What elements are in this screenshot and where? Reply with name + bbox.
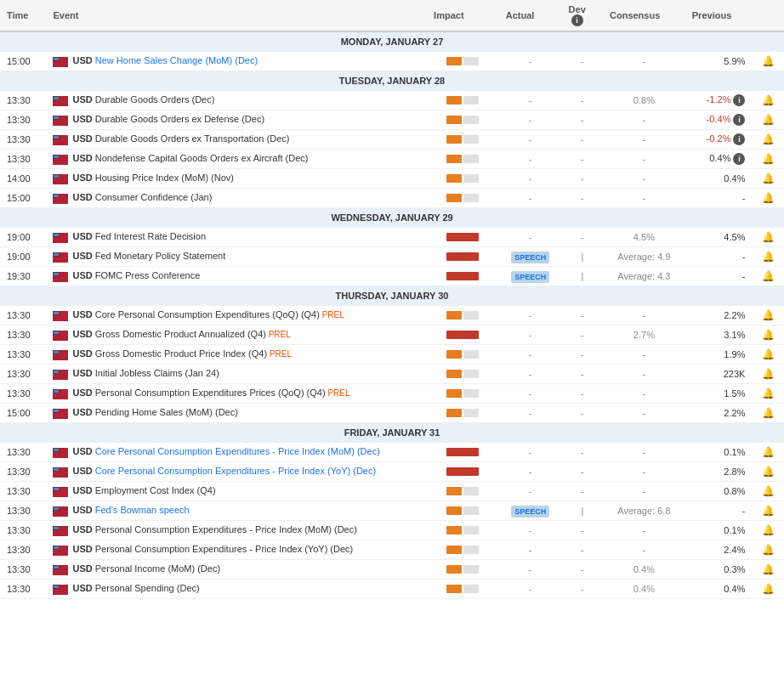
event-cell: USD Personal Income (MoM) (Dec): [46, 560, 427, 580]
alert-bell[interactable]: 🔔: [762, 153, 775, 165]
event-time: 13:30: [0, 560, 46, 580]
consensus-cell: -: [603, 189, 685, 208]
impact-bar: [446, 349, 479, 359]
impact-header: Impact: [427, 0, 499, 31]
average-value: Average: 4.3: [617, 271, 670, 281]
us-flag: [53, 389, 68, 399]
us-flag: [53, 565, 68, 575]
currency-label: USD: [70, 563, 94, 574]
alert-bell[interactable]: 🔔: [762, 485, 775, 497]
previous-cell: 0.4%: [685, 169, 753, 189]
alert-bell[interactable]: 🔔: [762, 94, 775, 106]
event-name-link[interactable]: Core Personal Consumption Expenditures -…: [95, 466, 376, 476]
event-name: Nondefense Capital Goods Orders ex Aircr…: [95, 153, 309, 163]
info-icon[interactable]: i: [733, 94, 745, 106]
alert-bell[interactable]: 🔔: [762, 251, 775, 263]
economic-calendar: Time Event Impact Actual Dev i Consensus…: [0, 0, 784, 599]
event-name: Personal Income (MoM) (Dec): [95, 563, 220, 574]
alert-bell[interactable]: 🔔: [762, 55, 775, 67]
event-time: 13:30: [0, 325, 46, 345]
previous-value: -: [742, 271, 746, 281]
event-time: 13:30: [0, 91, 46, 110]
dev-cell: -: [562, 189, 603, 208]
alert-bell[interactable]: 🔔: [762, 329, 775, 341]
event-name: Consumer Confidence (Jan): [95, 192, 213, 202]
us-flag: [53, 116, 68, 126]
currency-label: USD: [70, 114, 94, 124]
table-row: 13:30 USD Initial Jobless Claims (Jan 24…: [0, 365, 784, 384]
impact-bar: [446, 330, 479, 340]
impact-bar: [446, 525, 479, 535]
alert-bell[interactable]: 🔔: [762, 505, 775, 517]
previous-value: 0.3%: [724, 564, 745, 574]
alert-bell[interactable]: 🔔: [762, 192, 775, 204]
dev-cell: |: [562, 267, 603, 286]
impact-bar: [446, 388, 479, 399]
alert-bell[interactable]: 🔔: [762, 231, 775, 243]
event-name: Fed Monetary Policy Statement: [95, 251, 225, 261]
consensus-cell: -: [603, 150, 685, 169]
event-name-link[interactable]: Core Personal Consumption Expenditures -…: [95, 446, 380, 456]
alert-bell[interactable]: 🔔: [762, 368, 775, 380]
dev-info-icon[interactable]: i: [571, 14, 583, 26]
previous-cell: 0.4%i: [685, 150, 753, 169]
event-cell: USD Personal Consumption Expenditures - …: [46, 521, 427, 540]
alert-cell: 🔔: [752, 130, 784, 150]
dev-cell: |: [562, 247, 603, 267]
alert-bell[interactable]: 🔔: [762, 133, 775, 145]
actual-cell: -: [499, 150, 562, 169]
table-row: 13:30 USD Durable Goods Orders ex Defens…: [0, 110, 784, 130]
alert-bell[interactable]: 🔔: [762, 407, 775, 419]
alert-bell[interactable]: 🔔: [762, 466, 775, 478]
previous-value: -: [742, 506, 746, 516]
impact-bar: [446, 232, 479, 242]
currency-label: USD: [70, 192, 94, 202]
table-row: 15:00 USD Consumer Confidence (Jan)----🔔: [0, 189, 784, 208]
alert-bell[interactable]: 🔔: [762, 544, 775, 556]
event-time: 13:30: [0, 482, 46, 501]
event-name-link[interactable]: Fed's Bowman speech: [95, 505, 190, 515]
impact-cell: [427, 169, 499, 189]
impact-bar: [446, 545, 479, 555]
actual-cell: -: [499, 540, 562, 560]
currency-label: USD: [70, 309, 94, 320]
alert-bell[interactable]: 🔔: [762, 114, 775, 126]
us-flag: [53, 96, 68, 106]
us-flag: [53, 194, 68, 204]
dev-header: Dev i: [562, 0, 603, 31]
alert-bell[interactable]: 🔔: [762, 446, 775, 458]
alert-bell[interactable]: 🔔: [762, 563, 775, 575]
alert-bell[interactable]: 🔔: [762, 387, 775, 399]
actual-cell: -: [499, 228, 562, 247]
info-icon[interactable]: i: [733, 114, 745, 126]
alert-bell[interactable]: 🔔: [762, 270, 775, 282]
previous-value: -: [742, 252, 746, 262]
previous-cell: 2.4%: [685, 540, 753, 560]
previous-cell: -0.2%i: [685, 130, 753, 150]
event-name: Personal Spending (Dec): [95, 583, 200, 593]
us-flag: [53, 272, 68, 282]
dev-cell: -: [562, 540, 603, 560]
consensus-header: Consensus: [603, 0, 685, 31]
alert-bell[interactable]: 🔔: [762, 172, 775, 184]
alert-bell[interactable]: 🔔: [762, 583, 775, 595]
impact-cell: [427, 345, 499, 365]
impact-cell: [427, 306, 499, 325]
impact-cell: [427, 462, 499, 482]
alert-bell[interactable]: 🔔: [762, 348, 775, 360]
impact-bar: [446, 584, 479, 594]
actual-cell: -: [499, 521, 562, 540]
alert-bell[interactable]: 🔔: [762, 524, 775, 536]
table-row: 13:30 USD Gross Domestic Product Annuali…: [0, 325, 784, 345]
event-name-link[interactable]: New Home Sales Change (MoM) (Dec): [95, 55, 258, 65]
consensus-cell: Average: 4.3: [603, 267, 685, 286]
alert-bell[interactable]: 🔔: [762, 309, 775, 321]
previous-cell: -1.2%i: [685, 91, 753, 110]
info-icon[interactable]: i: [733, 133, 745, 145]
consensus-cell: -: [603, 540, 685, 560]
event-name: Core Personal Consumption Expenditures (…: [95, 309, 320, 320]
info-icon[interactable]: i: [733, 153, 745, 165]
table-row: 13:30 USD Durable Goods Orders (Dec)--0.…: [0, 91, 784, 110]
previous-value: 0.1%: [724, 447, 745, 457]
actual-cell: -: [499, 462, 562, 482]
